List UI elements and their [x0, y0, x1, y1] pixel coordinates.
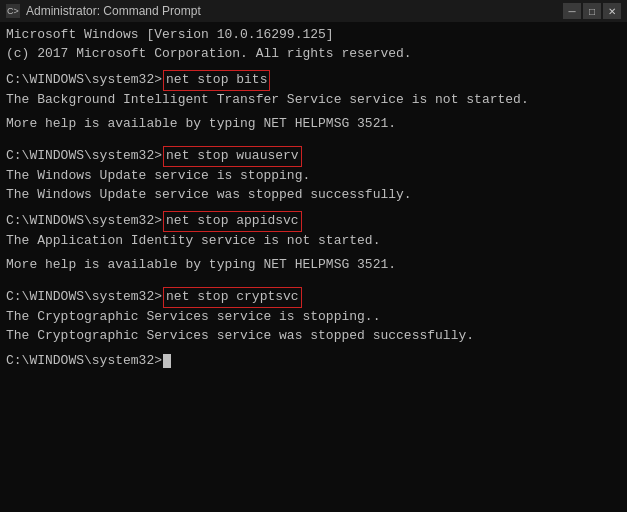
cursor-line: C:\WINDOWS\system32>	[6, 352, 621, 371]
prompt-line: C:\WINDOWS\system32>net stop cryptsvc	[6, 287, 621, 308]
output-line: (c) 2017 Microsoft Corporation. All righ…	[6, 45, 621, 64]
console: Microsoft Windows [Version 10.0.16299.12…	[0, 22, 627, 512]
prompt-line: C:\WINDOWS\system32>net stop bits	[6, 70, 621, 91]
command-text: net stop bits	[163, 70, 270, 91]
cursor-prompt: C:\WINDOWS\system32>	[6, 352, 162, 371]
cursor	[163, 354, 171, 368]
title-bar-controls: ─ □ ✕	[563, 3, 621, 19]
command-text: net stop cryptsvc	[163, 287, 302, 308]
prompt-line: C:\WINDOWS\system32>net stop appidsvc	[6, 211, 621, 232]
output-line: The Background Intelligent Transfer Serv…	[6, 91, 621, 110]
minimize-button[interactable]: ─	[563, 3, 581, 19]
prompt-text: C:\WINDOWS\system32>	[6, 212, 162, 231]
output-line: The Cryptographic Services service is st…	[6, 308, 621, 327]
title-bar: C> Administrator: Command Prompt ─ □ ✕	[0, 0, 627, 22]
output-line: The Windows Update service is stopping.	[6, 167, 621, 186]
maximize-button[interactable]: □	[583, 3, 601, 19]
output-line: The Cryptographic Services service was s…	[6, 327, 621, 346]
prompt-text: C:\WINDOWS\system32>	[6, 71, 162, 90]
output-line: More help is available by typing NET HEL…	[6, 115, 621, 134]
title-bar-text: Administrator: Command Prompt	[26, 4, 563, 18]
close-button[interactable]: ✕	[603, 3, 621, 19]
output-line: The Application Identity service is not …	[6, 232, 621, 251]
command-text: net stop wuauserv	[163, 146, 302, 167]
prompt-text: C:\WINDOWS\system32>	[6, 288, 162, 307]
output-line: Microsoft Windows [Version 10.0.16299.12…	[6, 26, 621, 45]
output-line: The Windows Update service was stopped s…	[6, 186, 621, 205]
title-bar-icon: C>	[6, 4, 20, 18]
command-text: net stop appidsvc	[163, 211, 302, 232]
prompt-line: C:\WINDOWS\system32>net stop wuauserv	[6, 146, 621, 167]
output-line: More help is available by typing NET HEL…	[6, 256, 621, 275]
prompt-text: C:\WINDOWS\system32>	[6, 147, 162, 166]
